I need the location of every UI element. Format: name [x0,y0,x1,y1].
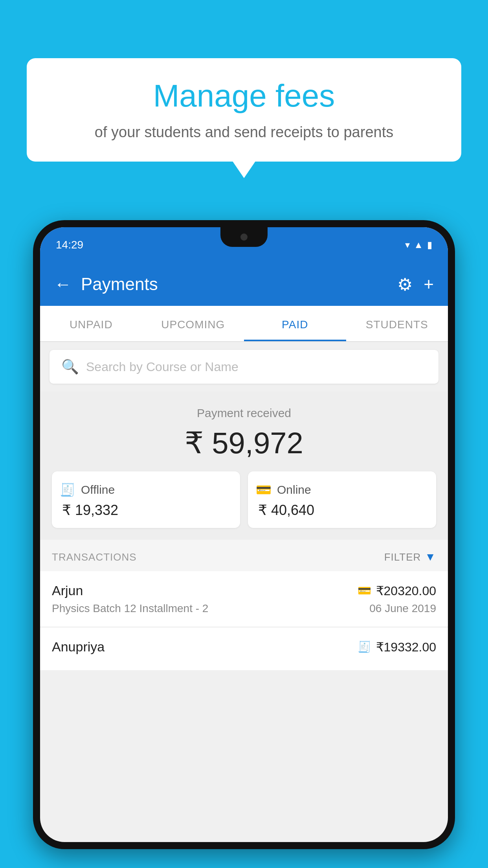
filter-icon: ▼ [425,551,436,563]
add-button[interactable]: + [424,274,434,294]
app-bar-title: Payments [81,274,388,294]
payment-cards: 🧾 Offline ₹ 19,332 💳 Online ₹ 40,640 [52,471,436,528]
status-bar: 14:29 ▾ ▲ ▮ [40,227,448,263]
transaction-amount: ₹19332.00 [376,640,436,655]
search-bar[interactable]: 🔍 Search by Course or Name [50,350,438,384]
online-icon: 💳 [256,482,272,497]
speech-bubble-container: Manage fees of your students and send re… [27,58,461,162]
filter-button[interactable]: FILTER ▼ [384,551,436,563]
tab-paid[interactable]: PAID [244,306,346,341]
offline-icon: 🧾 [60,482,75,497]
tab-upcoming[interactable]: UPCOMING [142,306,244,341]
notch [220,227,268,247]
phone-screen: 14:29 ▾ ▲ ▮ ← Payments ⚙ + UNPAID [40,227,448,842]
offline-label: Offline [81,483,115,497]
camera [240,234,248,241]
payment-total-amount: ₹ 59,972 [52,425,436,460]
transaction-row[interactable]: Arjun 💳 ₹20320.00 Physics Batch 12 Insta… [40,571,448,627]
card-payment-icon: 💳 [358,584,371,597]
battery-icon: ▮ [427,239,432,250]
bubble-title: Manage fees [50,79,438,113]
tabs: UNPAID UPCOMING PAID STUDENTS [40,306,448,342]
signal-icon: ▲ [414,239,423,250]
cash-payment-icon: 🧾 [358,640,371,653]
filter-label: FILTER [384,551,421,563]
transactions-label: TRANSACTIONS [52,551,137,563]
online-card: 💳 Online ₹ 40,640 [248,471,436,528]
transaction-amount-row: 💳 ₹20320.00 [358,583,436,598]
back-button[interactable]: ← [54,274,72,294]
offline-amount: ₹ 19,332 [60,502,232,519]
settings-button[interactable]: ⚙ [397,274,413,294]
transaction-amount-row: 🧾 ₹19332.00 [358,640,436,655]
app-bar: ← Payments ⚙ + [40,263,448,306]
transaction-date: 06 June 2019 [369,602,436,615]
online-amount: ₹ 40,640 [256,502,428,519]
payment-received-label: Payment received [52,406,436,420]
transaction-name: Arjun [52,583,83,598]
transaction-row[interactable]: Anupriya 🧾 ₹19332.00 [40,627,448,671]
phone: 14:29 ▾ ▲ ▮ ← Payments ⚙ + UNPAID [33,220,455,849]
speech-bubble: Manage fees of your students and send re… [27,58,461,162]
status-time: 14:29 [56,239,83,251]
online-label: Online [277,483,311,497]
search-placeholder: Search by Course or Name [86,360,238,374]
tab-unpaid[interactable]: UNPAID [40,306,142,341]
offline-card: 🧾 Offline ₹ 19,332 [52,471,240,528]
transactions-header: TRANSACTIONS FILTER ▼ [40,540,448,571]
payment-section: Payment received ₹ 59,972 🧾 Offline ₹ 19… [40,392,448,540]
bubble-subtitle: of your students and send receipts to pa… [50,122,438,143]
search-icon: 🔍 [61,359,79,375]
transaction-name: Anupriya [52,639,105,655]
wifi-icon: ▾ [405,239,410,250]
tab-students[interactable]: STUDENTS [346,306,448,341]
app-bar-actions: ⚙ + [397,274,434,294]
transaction-course: Physics Batch 12 Installment - 2 [52,602,208,615]
transaction-amount: ₹20320.00 [376,583,436,598]
status-icons: ▾ ▲ ▮ [405,239,432,250]
